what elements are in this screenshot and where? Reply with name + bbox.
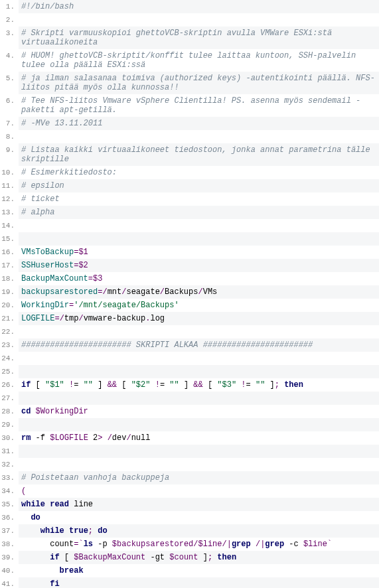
token: "$3" — [217, 380, 236, 390]
token: $line — [303, 540, 327, 549]
line-number: 37. — [0, 524, 15, 538]
line-number: 39. — [0, 551, 15, 564]
token: do — [31, 513, 40, 522]
code-line: # Listaa kaikki virtuaalikoneet tiedosto… — [19, 143, 379, 166]
line-number: 23. — [0, 338, 15, 352]
code-line: # ticket — [19, 192, 379, 206]
line-number: 13. — [0, 206, 15, 219]
token: [ — [60, 553, 74, 562]
token: $1 — [78, 248, 88, 257]
token: do — [98, 526, 107, 536]
token: "" — [84, 380, 93, 390]
token: # epsilon — [21, 181, 64, 190]
line-number: 25. — [0, 365, 15, 378]
line-number: 16. — [0, 246, 15, 259]
line-number: 40. — [0, 564, 15, 577]
token — [21, 526, 40, 536]
token — [64, 526, 69, 536]
token: ! — [155, 380, 160, 390]
line-number: 36. — [0, 511, 15, 524]
token: "$1" — [45, 380, 64, 390]
token: VMs — [203, 287, 218, 297]
code-line — [19, 232, 379, 246]
code-line: # Skripti varmuuskopioi ghettoVCB-skript… — [19, 27, 379, 49]
code-line: ( — [19, 484, 379, 498]
line-number: 30. — [0, 431, 15, 445]
code-line — [19, 392, 379, 405]
token: = — [54, 314, 59, 323]
line-number: 6. — [0, 94, 15, 117]
code-line: cd $WorkingDir — [19, 405, 379, 418]
line-number: 33. — [0, 471, 15, 484]
token: / — [102, 287, 107, 297]
token: #!/bin/bash — [21, 2, 74, 11]
token — [21, 553, 50, 562]
line-number: 34. — [0, 484, 15, 498]
token: ] — [198, 553, 208, 562]
token: ####################### SKRIPTI ALKAA ##… — [21, 340, 313, 350]
token: cd — [21, 407, 31, 416]
token: $BackupMaxCount — [74, 553, 145, 562]
code-block: 1.2.3.4.5.6.7.8.9.10.11.12.13.14.15.16.1… — [0, 0, 379, 588]
token: SSHuserHost — [21, 261, 74, 270]
code-line: # alpha — [19, 206, 379, 219]
code-line: # ja ilman salasanaa toimiva (authorized… — [19, 72, 379, 94]
code-line — [19, 352, 379, 365]
line-number: 29. — [0, 418, 15, 431]
code-line — [19, 13, 379, 27]
token: ; — [88, 526, 93, 536]
code-line: if [ "$1" != "" ] && [ "$2" != "" ] && [… — [19, 378, 379, 392]
line-number: 32. — [0, 458, 15, 471]
token — [21, 513, 31, 522]
token: backupsarestored — [21, 287, 98, 297]
token: # Listaa kaikki virtuaalikoneet tiedosto… — [21, 145, 375, 164]
code-line: BackupMaxCount=$3 — [19, 272, 379, 285]
line-number: 1. — [0, 0, 15, 13]
line-number: 12. — [0, 192, 15, 206]
token: / — [222, 540, 227, 549]
token — [102, 433, 107, 443]
token: / — [126, 433, 131, 443]
line-number: 18. — [0, 272, 15, 285]
line-number: 4. — [0, 49, 15, 72]
token: = — [160, 380, 169, 390]
line-number: 28. — [0, 405, 15, 418]
code-line: VMsToBackup=$1 — [19, 246, 379, 259]
line-number: 26. — [0, 378, 15, 392]
token: ( — [21, 486, 26, 496]
token: WorkingDir — [21, 301, 69, 310]
line-number: 24. — [0, 352, 15, 365]
token — [21, 566, 60, 575]
line-number: 41. — [0, 577, 15, 588]
token: -p — [93, 540, 112, 549]
code-line — [19, 365, 379, 378]
token: # ja ilman salasanaa toimiva (authorized… — [21, 74, 375, 92]
token: # -MVe 13.11.2011 — [21, 119, 102, 128]
token: seagate — [126, 287, 159, 297]
token: if — [50, 553, 59, 562]
token: && — [193, 380, 202, 390]
token: LOGFILE — [21, 314, 54, 323]
line-number: 9. — [0, 143, 15, 166]
code-line: # Tee NFS-liitos Vmware vSphere Clientil… — [19, 94, 379, 117]
line-number: 10. — [0, 166, 15, 179]
token: tmp — [64, 314, 79, 323]
token — [64, 380, 69, 390]
code-line — [19, 130, 379, 143]
line-number: 3. — [0, 27, 15, 49]
token: [ — [203, 380, 218, 390]
token: grep — [265, 540, 284, 549]
token: count — [21, 540, 74, 549]
code-line — [19, 445, 379, 458]
line-number: 19. — [0, 285, 15, 299]
line-number: 35. — [0, 498, 15, 511]
code-line: # Esimerkkitiedosto: — [19, 166, 379, 179]
token: / — [78, 314, 83, 323]
code-line: ####################### SKRIPTI ALKAA ##… — [19, 338, 379, 352]
token: # ticket — [21, 194, 60, 204]
line-number: 20. — [0, 299, 15, 312]
token: && — [108, 380, 117, 390]
token: # alpha — [21, 208, 54, 217]
line-number: 11. — [0, 179, 15, 192]
code-line: fi — [19, 577, 379, 588]
